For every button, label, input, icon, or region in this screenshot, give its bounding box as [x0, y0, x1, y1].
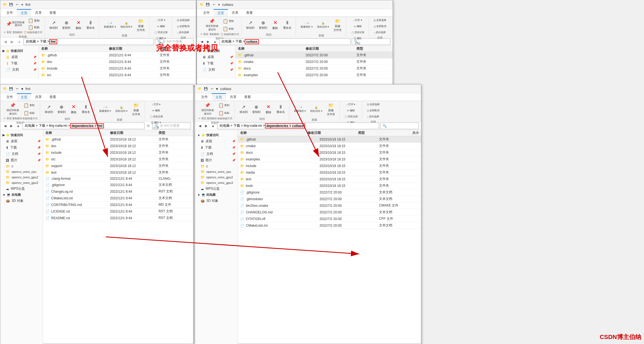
back-button-fmt-top[interactable]: [2, 39, 8, 45]
delete-button-fmt-bottom[interactable]: ✕删除: [68, 103, 79, 115]
quick-access-header-cutlass-bottom[interactable]: ▼ ⭐ 快速访问: [195, 132, 238, 138]
sidebar-wps-fmt-bottom[interactable]: ☁WPS云盘: [0, 186, 43, 192]
up-button-cutlass-top[interactable]: ▲: [212, 39, 218, 44]
sidebar-pics-cutlass-bottom[interactable]: 🖼图片📌: [195, 157, 238, 163]
invert-button-fmt-top[interactable]: ↕反向选择: [175, 30, 191, 35]
access-button-fmt-bottom[interactable]: 🔓轻松访问 ▾: [114, 105, 130, 114]
sidebar-c-cutlass-bottom[interactable]: 📁c: [195, 163, 238, 169]
row-github-cutlass-bottom[interactable]: 📁.github 2023/10/18 18:15 文件夹: [238, 136, 421, 143]
sidebar-item-downloads-fmt-top[interactable]: ⬇ 下载 📌: [0, 60, 39, 67]
sidebar-3d-fmt-bottom[interactable]: 📦3D 对象: [0, 198, 43, 204]
row-doc-fmt-bottom[interactable]: 📁doc 2023/10/18 18:12 文件夹: [43, 143, 193, 149]
row-readme-fmt-bottom[interactable]: 📄README.rst 2022/12/1 8:44 RST 文档: [43, 215, 193, 221]
rename-button-fmt-bottom[interactable]: 重命名: [80, 103, 92, 115]
row-license-fmt-bottom[interactable]: 📄LICENSE.rst 2022/12/1 8:44 RST 文档: [43, 208, 193, 215]
sidebar-item-dl-cutlass-top[interactable]: ⬇ 下载 📌: [197, 60, 235, 67]
quick-access-header-fmt-bottom[interactable]: ▶ ⭐ 快速访问: [0, 132, 43, 138]
tab-view-cutlass-bottom[interactable]: 查看: [240, 93, 255, 101]
row-changelog-cutlass-bottom[interactable]: 📄CHANGELOG.md 2022/7/2 20:00 文本文档: [238, 209, 421, 216]
tab-view-fmt-bottom[interactable]: 查看: [46, 93, 60, 101]
newitem-button-fmt-top[interactable]: 📄+新建项目 ▾: [102, 21, 118, 30]
delete-button-cutlass-bottom[interactable]: ✕删除: [263, 103, 274, 115]
newfolder-button-fmt-bottom[interactable]: 新建文件夹: [130, 102, 142, 117]
row-contrib-fmt-bottom[interactable]: 📄CONTRIBUTING.md 2022/12/1 8:44 MD 文件: [43, 202, 193, 208]
address-path-fmt-top[interactable]: 此电脑 > 下载 > fmt: [23, 38, 154, 45]
copy-button-fmt-bottom[interactable]: 复制: [22, 102, 36, 109]
selnone-button-cutlass-top[interactable]: ◻全部取消: [372, 23, 388, 29]
row-include-fmt-bottom[interactable]: 📁include 2023/10/18 18:12 文件夹: [43, 149, 193, 156]
row-tools-cutlass-bottom[interactable]: 📁tools 2023/10/18 18:15 文件夹: [238, 182, 421, 189]
copy-button-fmt-top[interactable]: 复制: [27, 17, 41, 24]
file-row-docs-cutlass-top[interactable]: 📁docs 2022/7/2 20:00 文件夹: [236, 65, 393, 72]
row-gitignore-fmt-bottom[interactable]: 📄.gitignore 2022/12/1 8:44 文本文档: [43, 182, 193, 188]
move-button-fmt-bottom[interactable]: 移动到: [43, 103, 55, 115]
tab-share-fmt-bottom[interactable]: 共享: [31, 93, 46, 101]
row-citation-cutlass-bottom[interactable]: 📄CITATION.cff 2022/7/2 20:00 CFF 文件: [238, 216, 421, 222]
copyto-button-fmt-bottom[interactable]: 复制到: [56, 103, 68, 115]
sidebar-docs-fmt-bottom[interactable]: 📄文档📌: [0, 151, 43, 157]
pin-button-fmt-top[interactable]: 固定到快速速访问: [5, 20, 25, 28]
sidebar-item-docs-cutlass-top[interactable]: 📄 文档 📌: [197, 67, 235, 73]
sidebar-cv-cpu-fmt-bottom[interactable]: 📁opencv_onnx_cpu: [0, 169, 43, 174]
tab-view-fmt-top[interactable]: 查看: [46, 9, 60, 17]
tab-home-cutlass-top[interactable]: 主页: [214, 9, 228, 17]
row-gitmodules-cutlass-bottom[interactable]: 📄.gitmodules 2022/7/2 20:00 文本文档: [238, 196, 421, 202]
move-button-cutlass-bottom[interactable]: 移动到: [238, 103, 250, 115]
row-test-fmt-bottom[interactable]: 📁test 2023/10/18 18:12 文件夹: [43, 169, 193, 176]
fwd-button-cutlass-bottom[interactable]: ▶: [204, 123, 209, 129]
file-row-doc-top-fmt[interactable]: 📁doc 2022/12/1 8:44 文件夹: [39, 59, 196, 65]
access-button-fmt-top[interactable]: 🔓轻松访问 ▾: [119, 21, 135, 30]
row-include-cutlass-bottom[interactable]: 📁include 2023/10/18 18:15 文件夹: [238, 163, 421, 169]
search-box-fmt-bottom[interactable]: 🔍 在 fmt 中搜索: [152, 123, 191, 129]
search-box-fmt-top[interactable]: 🔍 在 fmt 中搜索: [155, 38, 194, 45]
fwd-button-cutlass-top[interactable]: ▶: [206, 39, 211, 44]
sidebar-item-desktop-fmt-top[interactable]: 🖥 桌面 📌: [0, 54, 39, 60]
sidebar-item-docs-fmt-top[interactable]: 📄 文档 📌: [0, 67, 39, 73]
selall-button-cutlass-bottom[interactable]: ☑全部选择: [365, 102, 382, 107]
copy-button-cutlass-top[interactable]: 复制: [221, 17, 236, 25]
invert-button-cutlass-bottom[interactable]: ↕反向选择: [365, 114, 381, 120]
tab-file-fmt-top[interactable]: 文件: [2, 9, 17, 17]
sidebar-c-fmt-bottom[interactable]: 📁c: [0, 163, 43, 169]
row-clang-fmt-bottom[interactable]: 📄.clang-format 2022/12/1 8:44 CLANG-: [43, 176, 193, 182]
sidebar-item-desktop-cutlass-top[interactable]: 🖥 桌面 📌: [197, 54, 235, 60]
newitem-button-fmt-bottom[interactable]: 📄+新建项目 ▾: [97, 105, 113, 114]
sidebar-cv-gpu3-fmt-bottom[interactable]: 📁opencv_onnx_gpu3: [0, 180, 43, 186]
tab-home-fmt-top[interactable]: 主页: [17, 9, 31, 17]
sidebar-docs-cutlass-bottom[interactable]: 📄文档📌: [195, 151, 238, 157]
tab-home-cutlass-bottom[interactable]: 主页: [212, 93, 226, 101]
file-row-cmake-cutlass-top[interactable]: 📁cmake 2022/7/2 20:00 文件夹: [236, 59, 393, 65]
row-github-fmt-bottom[interactable]: 📁.github 2023/10/18 18:12 文件夹: [43, 136, 193, 143]
quick-access-header-cutlass-top[interactable]: ▶ ⭐ 快速访问: [197, 48, 235, 54]
invert-button-cutlass-top[interactable]: ↕反向选择: [372, 30, 388, 35]
sidebar-desktop-cutlass-bottom[interactable]: 🖥桌面📌: [195, 138, 238, 144]
file-row-include-top-fmt[interactable]: 📁include 2022/12/1 8:44 文件夹: [39, 65, 196, 72]
copyto-button-cutlass-bottom[interactable]: 复制到: [250, 103, 262, 115]
copyto-button-fmt-top[interactable]: 复制到: [60, 19, 72, 31]
row-cmake-cutlass-bottom[interactable]: 📁cmake 2023/10/18 18:15 文件夹: [238, 143, 421, 149]
address-path-fmt-bottom[interactable]: 此电脑 > 下载 > tiny-cuda-nn > dependencies >…: [22, 123, 144, 129]
selnone-button-fmt-top[interactable]: ◻全部取消: [175, 23, 191, 29]
newfolder-button-cutlass-top[interactable]: 新建文件夹: [332, 17, 344, 33]
address-path-cutlass-bottom[interactable]: 此电脑 > 下载 > tiny-cuda-nn > dependencies >…: [217, 123, 379, 129]
selall-button-fmt-top[interactable]: ☑全部选择: [175, 17, 191, 23]
back-button-cutlass-top[interactable]: ◀: [199, 39, 204, 44]
file-row-src-top-fmt[interactable]: 📁src 2022/12/1 8:44 文件夹: [39, 72, 196, 78]
open-button-cutlass-top[interactable]: ↑打开 ▾: [351, 17, 364, 23]
sidebar-cv-cpu-cutlass-bottom[interactable]: 📁opencv_onnx_cpu: [195, 169, 238, 174]
tab-file-cutlass-top[interactable]: 文件: [199, 9, 214, 17]
paste-button-cutlass-top[interactable]: 粘贴: [221, 25, 236, 33]
paste-button-fmt-bottom[interactable]: 粘贴: [22, 109, 36, 117]
newitem-button-cutlass-bottom[interactable]: 📄+新建项目 ▾: [292, 105, 308, 114]
edit-button-fmt-bottom[interactable]: ✏编辑: [150, 108, 162, 113]
tab-file-cutlass-bottom[interactable]: 文件: [197, 93, 212, 101]
thispc-header-fmt-bottom[interactable]: ▼ 💻 此电脑: [0, 192, 43, 198]
sidebar-3d-cutlass-bottom[interactable]: 📦3D 对象: [195, 198, 238, 204]
rename-button-cutlass-top[interactable]: 重命名: [281, 19, 293, 31]
sidebar-wps-cutlass-bottom[interactable]: ☁WPS云盘: [195, 186, 238, 192]
tab-home-fmt-bottom[interactable]: 主页: [17, 93, 31, 101]
fwd-button-fmt-top[interactable]: [9, 39, 15, 45]
file-row-examples-cutlass-top[interactable]: 📁examples 2022/7/2 20:00 文件夹: [236, 72, 393, 78]
newfolder-button-cutlass-bottom[interactable]: 新建文件夹: [325, 102, 337, 117]
tab-view-cutlass-top[interactable]: 查看: [242, 9, 257, 17]
